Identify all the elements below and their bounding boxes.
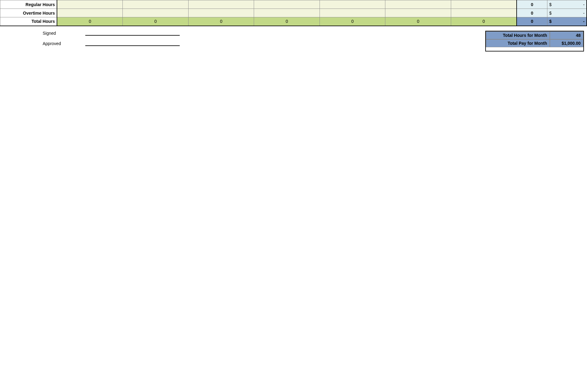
timesheet-table: Regular Hours0$-Overtime Hours0$-Total H…: [0, 0, 587, 26]
ot-cell[interactable]: [385, 9, 451, 17]
signed-label: Signed: [43, 31, 85, 36]
tot-cell: 0: [451, 17, 517, 26]
approved-label: Approved: [43, 41, 85, 46]
reg-cell[interactable]: [123, 0, 189, 9]
total-hours-label: Total Hours: [0, 17, 57, 26]
reg-cell[interactable]: [385, 0, 451, 9]
tot-cell: 0: [188, 17, 254, 26]
approved-line[interactable]: [85, 45, 180, 46]
tot-cell: 0: [123, 17, 189, 26]
total-pay-month-value: $1,000.00: [550, 39, 583, 47]
overtime-hours-label: Overtime Hours: [0, 9, 57, 17]
tot-cell: 0: [57, 17, 123, 26]
month-summary: Total Hours for Month48 Total Pay for Mo…: [485, 31, 584, 51]
total-hours-month-value: 48: [550, 31, 583, 39]
signed-line[interactable]: [85, 35, 180, 36]
reg-cell[interactable]: [188, 0, 254, 9]
ot-cell[interactable]: [188, 9, 254, 17]
total-hours-month-label: Total Hours for Month: [486, 31, 550, 39]
reg-cell[interactable]: [320, 0, 385, 9]
reg-cell[interactable]: [254, 0, 320, 9]
regular-hours-label: Regular Hours: [0, 0, 57, 9]
week-total-hours: 0: [517, 17, 547, 26]
tot-cell: 0: [254, 17, 320, 26]
week-ot-pay: $-: [547, 9, 587, 17]
tot-cell: 0: [385, 17, 451, 26]
week-ot-total: 0: [517, 9, 547, 17]
ot-cell[interactable]: [451, 9, 517, 17]
reg-cell[interactable]: [57, 0, 123, 9]
ot-cell[interactable]: [320, 9, 385, 17]
footer-section: Signed Approved Total Hours for Month48 …: [0, 26, 587, 51]
ot-cell[interactable]: [123, 9, 189, 17]
tot-cell: 0: [320, 17, 385, 26]
week-reg-pay: $-: [547, 0, 587, 9]
ot-cell[interactable]: [254, 9, 320, 17]
total-pay-month-label: Total Pay for Month: [486, 39, 550, 47]
ot-cell[interactable]: [57, 9, 123, 17]
week-total-pay: $-: [547, 17, 587, 26]
week-reg-total: 0: [517, 0, 547, 9]
reg-cell[interactable]: [451, 0, 517, 9]
